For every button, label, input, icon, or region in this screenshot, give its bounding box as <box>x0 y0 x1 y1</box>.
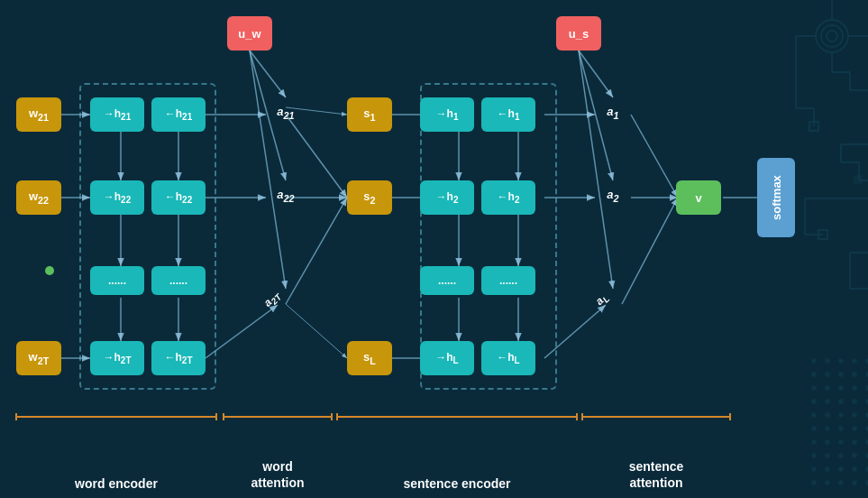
svg-point-87 <box>839 373 843 376</box>
svg-point-118 <box>853 454 856 457</box>
svg-point-100 <box>812 413 816 417</box>
svg-line-19 <box>286 198 347 304</box>
svg-point-120 <box>812 467 816 471</box>
node-h21b: ←h21 <box>151 97 206 132</box>
svg-line-36 <box>579 51 613 289</box>
svg-point-81 <box>826 359 829 363</box>
node-v: v <box>676 180 721 215</box>
node-a1: a1 <box>595 97 631 128</box>
svg-point-122 <box>839 467 843 471</box>
svg-line-14 <box>250 51 286 97</box>
node-h2f: →h2 <box>420 180 474 215</box>
svg-line-39 <box>622 198 678 304</box>
svg-point-106 <box>826 427 829 430</box>
node-w21: w21 <box>16 97 61 132</box>
svg-point-126 <box>826 481 829 484</box>
node-s2: s2 <box>347 180 392 215</box>
node-hLb: ←hL <box>481 341 535 375</box>
svg-point-82 <box>839 359 843 363</box>
svg-line-16 <box>250 51 286 289</box>
node-hLf: →hL <box>420 341 474 375</box>
svg-point-110 <box>812 440 816 444</box>
node-h1f: →h1 <box>420 97 474 132</box>
svg-point-107 <box>839 427 843 430</box>
svg-line-34 <box>579 51 613 97</box>
svg-point-55 <box>827 31 837 42</box>
node-aL: aL <box>579 276 626 323</box>
svg-line-21 <box>286 304 347 358</box>
svg-point-90 <box>812 386 816 390</box>
svg-point-123 <box>853 467 856 471</box>
svg-point-88 <box>853 373 856 376</box>
svg-point-128 <box>853 481 856 484</box>
node-w22: w22 <box>16 180 61 215</box>
svg-point-115 <box>812 454 816 457</box>
node-s1: s1 <box>347 97 392 132</box>
svg-point-80 <box>812 359 816 363</box>
node-h2Tf: →h2T <box>90 341 144 375</box>
svg-point-127 <box>839 481 843 484</box>
svg-line-37 <box>631 115 678 198</box>
node-h22b: ←h22 <box>151 180 206 215</box>
node-hdot-b1: ...... <box>151 266 206 295</box>
node-a2T: a2T <box>247 274 297 324</box>
node-w2T: w2T <box>16 341 61 375</box>
svg-point-92 <box>839 386 843 390</box>
svg-point-121 <box>826 467 829 471</box>
svg-point-98 <box>853 400 856 403</box>
svg-point-113 <box>853 440 856 444</box>
svg-point-105 <box>812 427 816 430</box>
svg-point-93 <box>853 386 856 390</box>
svg-point-102 <box>839 413 843 417</box>
svg-point-111 <box>826 440 829 444</box>
svg-point-85 <box>812 373 816 376</box>
svg-point-125 <box>812 481 816 484</box>
node-h2Tb: ←h2T <box>151 341 206 375</box>
svg-point-117 <box>839 454 843 457</box>
svg-point-108 <box>853 427 856 430</box>
node-hdot-f1: ...... <box>90 266 144 295</box>
svg-point-101 <box>826 413 829 417</box>
node-hdot-b2: ...... <box>481 266 535 295</box>
label-sentence-attention: sentenceattention <box>582 458 730 491</box>
node-h21f: →h21 <box>90 97 144 132</box>
svg-point-86 <box>826 373 829 376</box>
svg-point-95 <box>812 400 816 403</box>
indicator-dot <box>45 266 54 275</box>
svg-point-54 <box>821 25 843 47</box>
svg-point-103 <box>853 413 856 417</box>
node-u-s: u_s <box>556 16 601 51</box>
node-a2: a2 <box>595 180 631 211</box>
svg-rect-72 <box>854 176 862 183</box>
circuit-decoration <box>724 0 868 498</box>
svg-point-91 <box>826 386 829 390</box>
label-word-encoder: word encoder <box>16 476 216 491</box>
node-hdot-f2: ...... <box>420 266 474 295</box>
svg-point-96 <box>826 400 829 403</box>
node-a21: a21 <box>266 97 306 128</box>
node-a22: a22 <box>266 180 306 211</box>
node-h2b: ←h2 <box>481 180 535 215</box>
svg-point-116 <box>826 454 829 457</box>
node-sL: sL <box>347 341 392 375</box>
svg-point-97 <box>839 400 843 403</box>
svg-point-112 <box>839 440 843 444</box>
label-sentence-encoder: sentence encoder <box>337 476 577 491</box>
diagram-container: u_w u_s w21 w22 w2T →h21 ←h21 →h22 ←h22 … <box>0 0 868 498</box>
node-h1b: ←h1 <box>481 97 535 132</box>
label-word-attention: wordattention <box>224 458 332 491</box>
svg-point-83 <box>853 359 856 363</box>
node-u-w: u_w <box>227 16 272 51</box>
node-h22f: →h22 <box>90 180 144 215</box>
